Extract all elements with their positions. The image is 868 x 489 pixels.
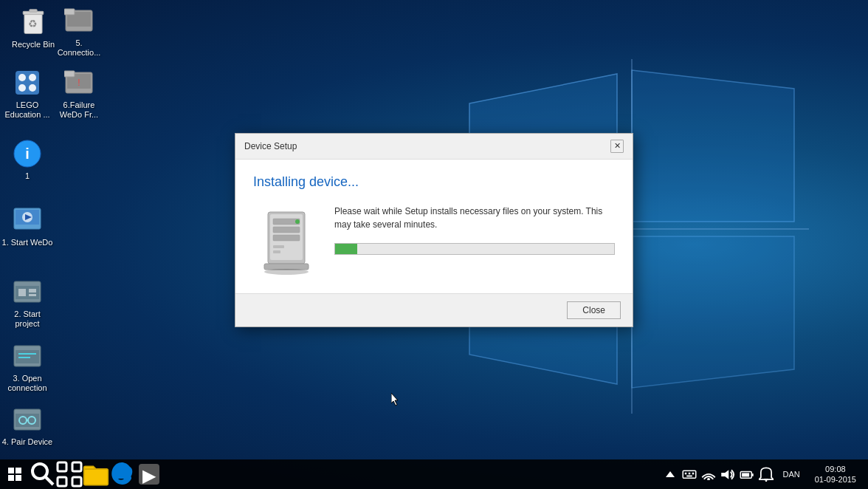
tray-network-icon[interactable] <box>701 459 716 489</box>
svg-line-58 <box>46 477 53 485</box>
tray-language[interactable]: DAN <box>778 459 804 489</box>
tray-notifications-icon[interactable] <box>759 459 774 489</box>
svg-point-51 <box>264 269 309 275</box>
svg-rect-63 <box>84 469 108 485</box>
close-button[interactable]: Close <box>567 301 621 319</box>
taskbar-search-button[interactable] <box>30 459 56 489</box>
svg-rect-54 <box>16 468 21 473</box>
dialog-title: Device Setup <box>244 141 297 151</box>
svg-rect-75 <box>752 473 754 476</box>
svg-rect-56 <box>16 475 21 481</box>
svg-point-47 <box>295 219 300 224</box>
progress-bar-fill <box>335 244 357 254</box>
dialog-close-button[interactable]: ✕ <box>610 140 624 153</box>
svg-rect-59 <box>58 462 66 471</box>
svg-rect-45 <box>273 227 300 233</box>
svg-rect-68 <box>685 473 687 475</box>
dialog-footer: Close <box>235 293 633 326</box>
tray-volume-icon[interactable] <box>720 459 735 489</box>
device-setup-dialog: Device Setup ✕ Installing device... <box>235 133 633 327</box>
tray-battery-icon[interactable] <box>740 459 754 489</box>
svg-rect-48 <box>273 245 284 248</box>
taskbar: ▶ <box>0 459 868 489</box>
svg-text:▶: ▶ <box>142 465 156 485</box>
taskbar-store-button[interactable]: ▶ <box>136 459 162 489</box>
dialog-body: Installing device... <box>235 160 633 293</box>
svg-rect-62 <box>72 477 81 486</box>
svg-rect-60 <box>72 462 81 471</box>
device-image <box>253 205 320 278</box>
svg-rect-55 <box>8 475 14 481</box>
tray-keyboard-icon[interactable] <box>682 459 697 489</box>
dialog-content-row: Please wait while Setup installs necessa… <box>253 205 615 278</box>
progress-bar-container <box>334 243 615 255</box>
start-button[interactable] <box>0 459 30 489</box>
svg-point-72 <box>708 477 711 479</box>
svg-rect-76 <box>743 473 750 476</box>
svg-point-57 <box>32 464 47 479</box>
svg-rect-46 <box>273 235 300 241</box>
tray-chevron-icon[interactable] <box>663 459 678 489</box>
svg-marker-66 <box>666 471 675 477</box>
system-tray: DAN 09:08 01-09-2015 <box>657 459 868 489</box>
svg-rect-69 <box>689 473 691 475</box>
svg-rect-53 <box>8 468 14 473</box>
dialog-overlay: Device Setup ✕ Installing device... <box>0 0 868 459</box>
installing-title: Installing device... <box>253 174 615 190</box>
clock-date: 01-09-2015 <box>815 474 856 485</box>
svg-marker-73 <box>722 470 729 479</box>
taskbar-clock[interactable]: 09:08 01-09-2015 <box>809 459 862 489</box>
dialog-description: Please wait while Setup installs necessa… <box>334 205 615 231</box>
taskbar-task-view-button[interactable] <box>56 459 83 489</box>
taskbar-file-explorer-button[interactable] <box>83 459 109 489</box>
svg-rect-49 <box>273 250 280 253</box>
dialog-titlebar: Device Setup ✕ <box>235 134 633 160</box>
svg-rect-71 <box>687 475 693 476</box>
svg-rect-70 <box>692 473 695 475</box>
svg-rect-50 <box>264 264 309 270</box>
dialog-text-area: Please wait while Setup installs necessa… <box>334 205 615 255</box>
taskbar-edge-button[interactable] <box>109 459 136 489</box>
svg-rect-61 <box>58 477 66 486</box>
desktop: ♻ Recycle Bin 5. Connectio... <box>0 0 868 489</box>
clock-time: 09:08 <box>825 464 846 474</box>
